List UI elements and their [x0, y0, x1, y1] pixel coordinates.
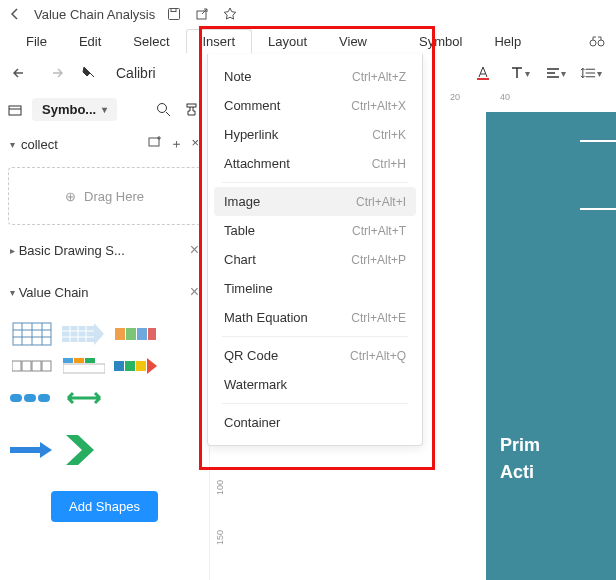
format-painter-icon[interactable]: [78, 62, 100, 84]
shape-arrow-segments[interactable]: [114, 353, 158, 379]
menu-item-math-equation[interactable]: Math EquationCtrl+Alt+E: [208, 303, 422, 332]
shape-text-line2: Acti: [500, 459, 616, 486]
panel-collect-header[interactable]: ▾ collect ＋ ×: [8, 129, 201, 159]
close-icon[interactable]: ×: [190, 283, 199, 301]
canvas-chevron: [580, 140, 616, 210]
sidebar-header: Symbo... ▾: [8, 98, 201, 121]
new-folder-icon[interactable]: [148, 135, 162, 153]
export-icon[interactable]: [193, 5, 211, 23]
menu-item-timeline[interactable]: Timeline: [208, 274, 422, 303]
menu-separator: [222, 182, 408, 183]
font-color-icon[interactable]: [472, 62, 494, 84]
chevron-down-icon: ▾: [10, 287, 15, 298]
add-shapes-button[interactable]: Add Shapes: [51, 491, 158, 522]
close-icon[interactable]: ×: [191, 135, 199, 153]
shape-text-line1: Prim: [500, 432, 616, 459]
svg-rect-16: [12, 361, 21, 371]
save-icon[interactable]: [165, 5, 183, 23]
menu-item-image[interactable]: ImageCtrl+Alt+I: [214, 187, 416, 216]
font-family-select[interactable]: Calibri: [112, 63, 172, 83]
insert-menu-dropdown: NoteCtrl+Alt+Z CommentCtrl+Alt+X Hyperli…: [207, 54, 423, 446]
shape-double-arrow[interactable]: [62, 385, 106, 411]
undo-icon[interactable]: [10, 62, 32, 84]
svg-rect-28: [24, 394, 36, 402]
document-title: Value Chain Analysis: [34, 7, 155, 22]
menu-separator: [222, 336, 408, 337]
shape-segmented-bar[interactable]: [114, 321, 158, 347]
menu-view[interactable]: View: [323, 30, 383, 53]
menu-item-watermark[interactable]: Watermark: [208, 370, 422, 399]
svg-rect-20: [63, 358, 73, 363]
category-value-chain[interactable]: ▾ Value Chain ×: [8, 275, 201, 309]
text-style-icon[interactable]: ▾: [508, 62, 530, 84]
svg-rect-8: [187, 104, 196, 107]
svg-rect-17: [22, 361, 31, 371]
svg-rect-27: [10, 394, 22, 402]
shape-chevron[interactable]: [64, 433, 98, 467]
menu-item-note[interactable]: NoteCtrl+Alt+Z: [208, 62, 422, 91]
menu-item-chart[interactable]: ChartCtrl+Alt+P: [208, 245, 422, 274]
svg-rect-30: [10, 447, 40, 453]
shape-arrow-right[interactable]: [10, 437, 54, 463]
menu-symbol[interactable]: Symbol: [403, 30, 478, 53]
svg-rect-1: [171, 9, 176, 12]
svg-rect-23: [63, 364, 105, 373]
menu-select[interactable]: Select: [117, 30, 185, 53]
svg-rect-24: [114, 361, 124, 371]
menu-file[interactable]: File: [10, 30, 63, 53]
menu-item-attachment[interactable]: AttachmentCtrl+H: [208, 149, 422, 178]
svg-rect-21: [74, 358, 84, 363]
close-icon[interactable]: ×: [190, 241, 199, 259]
menu-bar: File Edit Select Insert Layout View Symb…: [0, 28, 616, 54]
menu-item-qr-code[interactable]: QR CodeCtrl+Alt+Q: [208, 341, 422, 370]
dropdown-label: Symbo...: [42, 102, 96, 117]
chevron-down-icon: ▾: [102, 104, 107, 115]
shape-arrow-table[interactable]: [62, 321, 106, 347]
title-bar: Value Chain Analysis: [0, 0, 616, 28]
category-basic-drawing[interactable]: ▸ Basic Drawing S... ×: [8, 233, 201, 267]
library-icon: [8, 103, 24, 117]
align-icon[interactable]: ▾: [544, 62, 566, 84]
svg-rect-18: [32, 361, 41, 371]
svg-rect-15: [148, 328, 156, 340]
menu-item-hyperlink[interactable]: HyperlinkCtrl+K: [208, 120, 422, 149]
svg-rect-9: [149, 138, 159, 146]
svg-rect-2: [197, 11, 206, 19]
binoculars-icon[interactable]: [588, 34, 606, 48]
search-icon[interactable]: [153, 100, 173, 120]
menu-insert[interactable]: Insert: [186, 29, 253, 53]
shape-pill-chain[interactable]: [10, 385, 54, 411]
svg-rect-14: [137, 328, 147, 340]
menu-item-table[interactable]: TableCtrl+Alt+T: [208, 216, 422, 245]
shape-table[interactable]: [10, 321, 54, 347]
line-spacing-icon[interactable]: ▾: [580, 62, 602, 84]
star-icon[interactable]: [221, 5, 239, 23]
drag-label: Drag Here: [84, 189, 144, 204]
shape-palette-2: [8, 427, 201, 477]
shape-bar-outline[interactable]: [10, 353, 54, 379]
redo-icon[interactable]: [44, 62, 66, 84]
svg-rect-13: [126, 328, 136, 340]
svg-rect-22: [85, 358, 95, 363]
plus-icon[interactable]: ＋: [170, 135, 183, 153]
menu-edit[interactable]: Edit: [63, 30, 117, 53]
drag-target[interactable]: ⊕ Drag Here: [8, 167, 201, 225]
panel-title: collect: [21, 137, 58, 152]
svg-rect-19: [42, 361, 51, 371]
vertical-ruler: 100 150: [210, 462, 230, 580]
menu-item-comment[interactable]: CommentCtrl+Alt+X: [208, 91, 422, 120]
svg-rect-25: [125, 361, 135, 371]
menu-item-container[interactable]: Container: [208, 408, 422, 437]
menu-help[interactable]: Help: [478, 30, 537, 53]
settings-icon[interactable]: [181, 100, 201, 120]
menu-layout[interactable]: Layout: [252, 30, 323, 53]
svg-rect-26: [136, 361, 146, 371]
symbol-library-dropdown[interactable]: Symbo... ▾: [32, 98, 117, 121]
svg-point-4: [598, 40, 604, 46]
chevron-right-icon: ▸: [10, 245, 15, 256]
svg-rect-5: [477, 78, 489, 80]
back-icon[interactable]: [6, 5, 24, 23]
sidebar: Symbo... ▾ ▾ collect ＋ × ⊕ Drag Here ▸ B…: [0, 92, 210, 580]
chevron-down-icon: ▾: [10, 139, 15, 150]
shape-color-tabs[interactable]: [62, 353, 106, 379]
